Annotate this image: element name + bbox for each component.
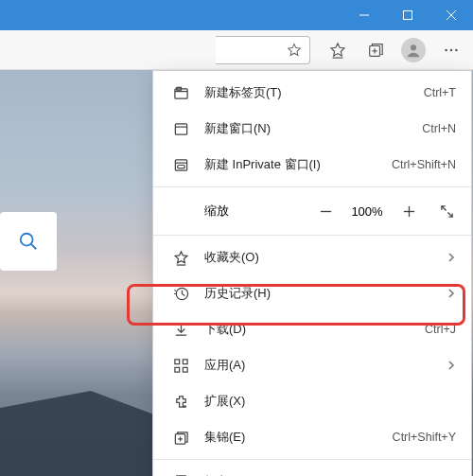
menu-collections[interactable]: 集锦(E) Ctrl+Shift+Y [153, 419, 471, 455]
menu-shortcut: Ctrl+N [422, 122, 456, 135]
download-icon [170, 322, 191, 338]
menu-label: 应用(A) [204, 357, 443, 374]
menu-shortcut: Ctrl+T [424, 86, 456, 99]
menu-separator [153, 235, 471, 236]
menu-zoom-row: 缩放 100% [153, 191, 471, 231]
profile-avatar-button[interactable] [401, 38, 426, 62]
extensions-icon [170, 394, 191, 410]
window-minimize-button[interactable] [342, 0, 386, 30]
zoom-out-button[interactable] [307, 193, 344, 229]
svg-point-12 [21, 234, 33, 246]
menu-label: 收藏夹(O) [204, 249, 443, 266]
svg-line-26 [447, 212, 452, 217]
menu-shortcut: Ctrl+J [425, 323, 456, 336]
svg-point-10 [450, 48, 453, 51]
menu-new-tab[interactable]: 新建标签页(T) Ctrl+T [153, 75, 471, 111]
menu-new-window[interactable]: 新建窗口(N) Ctrl+N [153, 111, 471, 147]
svg-rect-32 [183, 359, 187, 363]
svg-rect-34 [183, 367, 187, 372]
star-list-icon [329, 42, 346, 59]
inprivate-icon [170, 157, 191, 173]
svg-point-8 [411, 44, 416, 50]
window-close-button[interactable] [429, 0, 473, 30]
fullscreen-icon [440, 204, 454, 219]
menu-label: 新建标签页(T) [204, 84, 424, 101]
menu-history[interactable]: 历史记录(H) [153, 275, 471, 311]
menu-separator [153, 459, 471, 460]
svg-rect-1 [404, 11, 412, 20]
collections-icon [170, 430, 191, 446]
menu-separator [153, 186, 471, 187]
svg-rect-21 [177, 165, 184, 167]
chevron-right-icon [443, 251, 456, 265]
star-list-icon [170, 250, 191, 266]
fullscreen-button[interactable] [428, 193, 465, 229]
window-maximize-button[interactable] [386, 0, 429, 30]
collections-icon [367, 42, 384, 59]
search-card[interactable] [0, 212, 57, 271]
menu-shortcut: Ctrl+Shift+Y [393, 431, 456, 444]
close-icon [446, 9, 457, 21]
new-window-icon [170, 121, 191, 137]
settings-more-button[interactable] [433, 34, 469, 66]
menu-downloads[interactable]: 下载(D) Ctrl+J [153, 311, 471, 347]
svg-point-11 [455, 48, 458, 51]
svg-rect-33 [174, 367, 179, 372]
menu-print[interactable]: 打印(P) Ctrl+P [153, 464, 471, 476]
zoom-in-button[interactable] [390, 193, 428, 229]
app-menu: 新建标签页(T) Ctrl+T 新建窗口(N) Ctrl+N 新建 InPriv… [152, 70, 472, 476]
menu-new-inprivate[interactable]: 新建 InPrivate 窗口(I) Ctrl+Shift+N [153, 147, 471, 183]
menu-extensions[interactable]: 扩展(X) [153, 383, 471, 419]
menu-favorites[interactable]: 收藏夹(O) [153, 239, 471, 275]
menu-label: 集锦(E) [204, 429, 393, 446]
menu-label: 历史记录(H) [204, 285, 443, 302]
svg-point-9 [445, 48, 447, 51]
svg-line-13 [31, 244, 37, 250]
svg-line-25 [441, 205, 446, 210]
chevron-right-icon [443, 287, 456, 301]
menu-shortcut: Ctrl+Shift+N [392, 158, 456, 171]
menu-label: 新建窗口(N) [204, 120, 422, 137]
zoom-value: 100% [344, 204, 390, 219]
maximize-icon [402, 9, 413, 21]
person-icon [405, 42, 422, 59]
browser-toolbar [0, 30, 473, 70]
window-titlebar [0, 0, 473, 30]
address-bar[interactable] [216, 36, 310, 64]
favorites-bar-button[interactable] [320, 34, 356, 66]
menu-label: 下载(D) [204, 321, 425, 338]
svg-rect-31 [174, 359, 179, 363]
apps-icon [170, 358, 191, 374]
menu-label: 扩展(X) [204, 393, 456, 410]
new-tab-icon [170, 85, 191, 101]
menu-apps[interactable]: 应用(A) [153, 347, 471, 383]
svg-rect-17 [175, 123, 186, 133]
zoom-label: 缩放 [204, 203, 307, 220]
plus-icon [402, 204, 416, 219]
chevron-right-icon [443, 359, 456, 373]
collections-button[interactable] [358, 34, 394, 66]
history-icon [170, 286, 191, 302]
minimize-icon [359, 9, 370, 21]
search-icon [18, 231, 39, 252]
ellipsis-icon [443, 42, 460, 59]
star-outline-icon[interactable] [287, 43, 302, 58]
minus-icon [319, 204, 333, 219]
menu-label: 新建 InPrivate 窗口(I) [204, 156, 392, 173]
